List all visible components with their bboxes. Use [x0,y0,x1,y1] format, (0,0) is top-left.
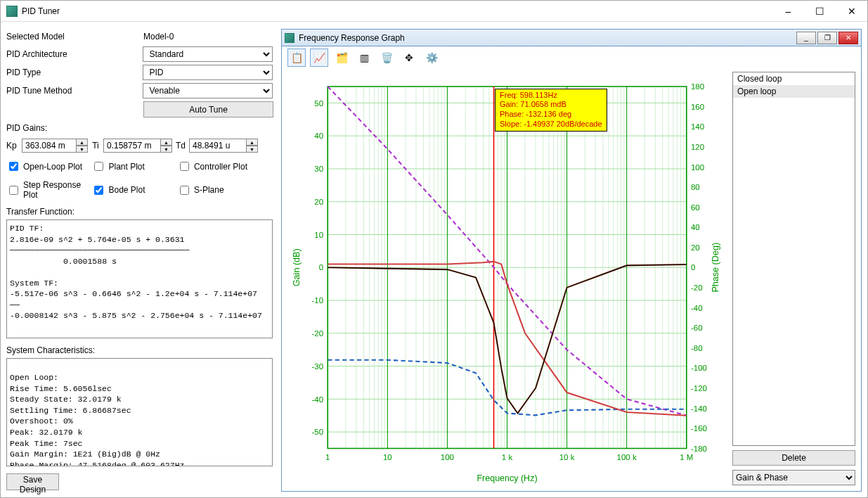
svg-text:100: 100 [691,162,704,171]
ti-input[interactable] [103,139,161,153]
ti-stepper[interactable]: ▲▼ [161,139,172,153]
open-loop-checkbox[interactable]: Open-Loop Plot [6,160,91,173]
svg-text:Frequency (Hz): Frequency (Hz) [477,473,537,483]
gear-icon[interactable]: ⚙️ [422,49,441,67]
graph-window: Frequency Response Graph _ ❐ ✕ 📋 📈 🗂️ ▥ … [281,29,862,492]
graph-titlebar: Frequency Response Graph _ ❐ ✕ [282,30,861,46]
method-select[interactable]: Venable [143,83,273,98]
graph-minimize-button[interactable]: _ [796,32,816,44]
maximize-button[interactable]: ☐ [804,1,836,21]
svg-text:-80: -80 [691,344,703,352]
gains-label: PID Gains: [6,123,273,133]
clipboard-icon[interactable]: 📋 [287,49,306,67]
chart-area[interactable]: -50-40-30-20-1001020304050-180-160-140-1… [287,72,727,485]
svg-text:-100: -100 [691,364,707,372]
list-item-open[interactable]: Open loop [733,85,855,98]
svg-text:120: 120 [691,143,704,151]
svg-text:10: 10 [383,453,392,461]
system-characteristics-text[interactable]: Open Loop: Rise Time: 5.6056lsec Steady … [6,358,273,466]
content-area: Selected Model Model-0 PID Architecture … [1,22,867,497]
svg-text:160: 160 [691,103,704,111]
svg-text:10 k: 10 k [559,453,575,461]
right-panel: Frequency Response Graph _ ❐ ✕ 📋 📈 🗂️ ▥ … [278,22,867,497]
architecture-label: PID Architecture [6,49,143,59]
svg-text:-10: -10 [311,296,323,305]
svg-text:-20: -20 [691,283,703,292]
titlebar: PID Tuner – ☐ ✕ [1,1,867,22]
graph-maximize-button[interactable]: ❐ [817,32,837,44]
move-icon[interactable]: ✥ [400,49,418,67]
svg-text:100 k: 100 k [617,453,637,461]
bode-svg: -50-40-30-20-1001020304050-180-160-140-1… [287,72,727,485]
graph-toolbar: 📋 📈 🗂️ ▥ 🗑️ ✥ ⚙️ [282,46,861,69]
svg-text:30: 30 [314,165,323,173]
svg-text:10: 10 [314,231,323,239]
curve-icon[interactable]: 📈 [310,49,328,67]
auto-tune-button[interactable]: Auto Tune [143,101,273,117]
graph-app-icon [285,33,294,43]
architecture-select[interactable]: Standard [143,46,273,62]
td-label: Td [175,141,186,151]
svg-text:-60: -60 [691,324,703,332]
save-design-button[interactable]: Save Design [6,473,59,490]
method-label: PID Tune Method [6,86,143,96]
svg-text:0: 0 [691,263,695,272]
svg-text:-180: -180 [691,445,707,453]
svg-text:60: 60 [691,203,700,212]
svg-text:-20: -20 [311,329,323,338]
type-label: PID Type [6,68,143,77]
svg-text:-120: -120 [691,384,707,392]
minimize-button[interactable]: – [772,1,804,21]
column-icon[interactable]: ▥ [355,49,373,67]
svg-text:100: 100 [441,453,454,461]
ti-label: Ti [91,141,101,151]
trash-icon[interactable]: 🗑️ [377,49,396,67]
cursor-readout: Freq: 598.113Hz Gain: 71.0658 mdB Phase:… [495,89,607,132]
kp-label: Kp [6,141,19,151]
close-button[interactable]: ✕ [836,1,867,21]
svg-text:-140: -140 [691,404,707,412]
svg-text:Gain (dB): Gain (dB) [292,248,302,286]
list-item-closed[interactable]: Closed loop [733,72,855,85]
series-listbox[interactable]: Closed loop Open loop [732,72,855,446]
delete-button[interactable]: Delete [732,450,855,466]
gains-row: Kp ▲▼ Ti ▲▼ Td ▲▼ [6,139,273,153]
splane-checkbox[interactable]: S-Plane [177,180,273,200]
window-title: PID Tuner [22,6,772,16]
svg-text:1 M: 1 M [680,453,693,461]
tf-label: Transfer Function: [6,207,273,217]
series-panel: Closed loop Open loop Delete Gain & Phas… [732,72,855,485]
td-input[interactable] [189,139,247,153]
td-stepper[interactable]: ▲▼ [247,139,258,153]
svg-text:1 k: 1 k [502,453,513,461]
kp-input[interactable] [22,139,77,153]
svg-text:40: 40 [691,223,700,231]
type-select[interactable]: PID [143,65,273,80]
svg-text:-30: -30 [311,362,323,371]
svg-text:-40: -40 [691,304,703,312]
view-mode-select[interactable]: Gain & Phase [732,470,855,485]
svg-text:0: 0 [319,263,323,272]
app-window: PID Tuner – ☐ ✕ Selected Model Model-0 P… [0,0,868,498]
svg-text:-160: -160 [691,424,707,433]
selected-model-label: Selected Model [6,32,143,42]
svg-text:-50: -50 [311,428,323,436]
graph-title: Frequency Response Graph [299,33,796,43]
bode-checkbox[interactable]: Bode Plot [91,180,176,200]
svg-text:20: 20 [691,243,700,252]
left-panel: Selected Model Model-0 PID Architecture … [1,22,278,497]
transfer-function-text[interactable]: PID TF: 2.816e-09 s^2 + 5.764e-05 s + 0.… [6,219,273,338]
svg-text:-40: -40 [311,395,323,404]
step-response-checkbox[interactable]: Step Response Plot [6,180,91,200]
svg-text:50: 50 [314,99,323,108]
svg-text:Phase (Deg): Phase (Deg) [711,243,720,293]
chart-settings-icon[interactable]: 🗂️ [332,49,351,67]
sc-label: System Characteristics: [6,345,273,355]
svg-text:20: 20 [314,198,323,206]
app-icon [6,6,18,17]
kp-stepper[interactable]: ▲▼ [77,139,88,153]
graph-close-button[interactable]: ✕ [838,32,858,44]
controller-checkbox[interactable]: Controller Plot [177,160,273,173]
plant-checkbox[interactable]: Plant Plot [91,160,176,173]
window-controls: – ☐ ✕ [772,1,867,21]
